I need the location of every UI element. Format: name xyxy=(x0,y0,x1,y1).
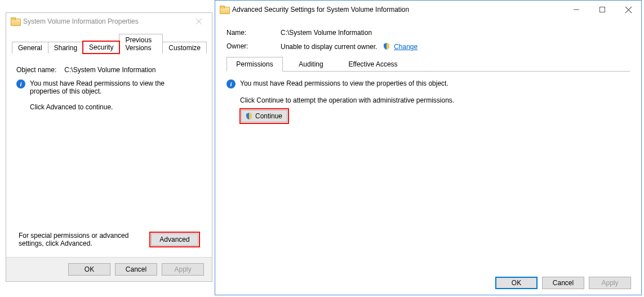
owner-value: Unable to display current owner. xyxy=(281,43,377,51)
shield-icon xyxy=(245,112,253,120)
tab-security[interactable]: Security xyxy=(83,41,119,54)
advanced-security-dialog: Advanced Security Settings for System Vo… xyxy=(215,0,642,295)
owner-label: Owner: xyxy=(226,42,281,51)
object-name-label: Object name: xyxy=(16,66,63,74)
tab-auditing[interactable]: Auditing xyxy=(283,57,339,72)
name-value: C:\System Volume Information xyxy=(281,29,372,37)
dialog-buttons: OK Cancel Apply xyxy=(6,257,212,281)
window-title: System Volume Information Properties xyxy=(23,17,139,25)
read-permission-message: You must have Read permissions to view t… xyxy=(30,79,193,95)
tab-customize[interactable]: Customize xyxy=(162,42,207,54)
subtabs: Permissions Auditing Effective Access xyxy=(226,56,630,72)
continue-button-label: Continue xyxy=(255,112,282,120)
titlebar[interactable]: Advanced Security Settings for System Vo… xyxy=(215,1,641,19)
dialog-buttons: OK Cancel Apply xyxy=(215,271,641,295)
info-icon: i xyxy=(226,79,236,88)
cancel-button[interactable]: Cancel xyxy=(115,263,157,276)
tab-sharing[interactable]: Sharing xyxy=(48,42,83,54)
change-owner-link[interactable]: Change xyxy=(394,43,418,51)
folder-icon xyxy=(220,6,229,14)
shield-icon xyxy=(383,42,390,50)
maximize-button[interactable] xyxy=(589,1,615,18)
read-permission-message: You must have Read permissions to view t… xyxy=(240,79,448,87)
tab-general[interactable]: General xyxy=(12,42,48,54)
info-icon: i xyxy=(16,79,25,88)
properties-dialog: System Volume Information Properties Gen… xyxy=(6,12,212,282)
click-advanced-message: Click Advanced to continue. xyxy=(30,103,193,111)
tab-permissions[interactable]: Permissions xyxy=(226,57,283,72)
close-button[interactable] xyxy=(615,1,641,18)
object-name-row: Object name: C:\System Volume Informatio… xyxy=(16,66,202,74)
ok-button[interactable]: OK xyxy=(495,277,538,289)
special-permissions-text: For special permissions or advanced sett… xyxy=(19,232,137,247)
folder-icon xyxy=(11,17,20,25)
tab-effective-access[interactable]: Effective Access xyxy=(339,57,407,72)
name-label: Name: xyxy=(226,29,281,37)
continue-button[interactable]: Continue xyxy=(241,110,287,122)
cancel-button[interactable]: Cancel xyxy=(542,277,584,289)
tab-previous-versions[interactable]: Previous Versions xyxy=(119,34,163,54)
apply-button[interactable]: Apply xyxy=(162,263,204,276)
ok-button[interactable]: OK xyxy=(68,263,110,276)
tabs: General Sharing Security Previous Versio… xyxy=(12,33,206,54)
svg-rect-3 xyxy=(600,7,605,12)
apply-button[interactable]: Apply xyxy=(589,277,631,289)
object-name-value: C:\System Volume Information xyxy=(64,66,156,74)
window-title: Advanced Security Settings for System Vo… xyxy=(232,6,409,14)
titlebar[interactable]: System Volume Information Properties xyxy=(6,13,212,30)
minimize-button[interactable] xyxy=(563,1,589,18)
click-continue-message: Click Continue to attempt the operation … xyxy=(240,96,630,104)
close-button[interactable] xyxy=(186,13,212,30)
advanced-button[interactable]: Advanced xyxy=(151,233,198,246)
